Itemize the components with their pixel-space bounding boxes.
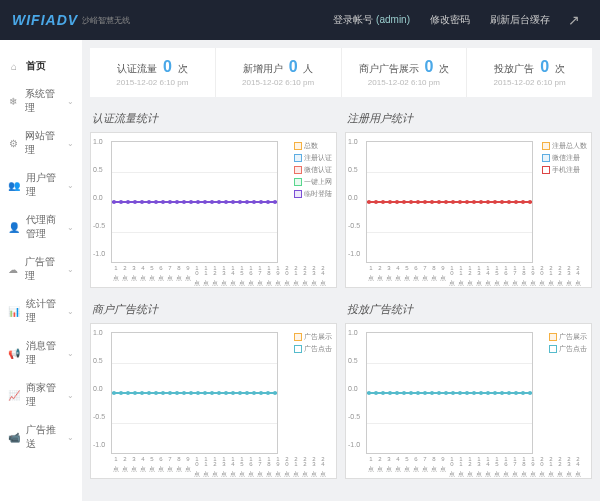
- x-tick: 21点: [546, 265, 555, 285]
- y-tick: -1.0: [93, 441, 105, 448]
- stat-label: 商户广告展示: [359, 63, 419, 74]
- login-account[interactable]: 登录帐号 (admin): [323, 13, 420, 27]
- stat-value: 0: [286, 58, 301, 75]
- x-tick: 6点: [411, 265, 420, 285]
- chart-box: -1.0-0.50.00.51.0 1点2点3点4点5点6点7点8点9点10点1…: [90, 132, 337, 288]
- x-tick: 3点: [384, 456, 393, 476]
- x-tick: 5点: [402, 456, 411, 476]
- legend-item[interactable]: 一键上网: [294, 177, 332, 187]
- chevron-down-icon: ⌄: [67, 433, 74, 442]
- chart-title: 认证流量统计: [90, 105, 337, 132]
- x-tick: 18点: [519, 456, 528, 476]
- stat-unit: 次: [178, 63, 188, 74]
- legend-item[interactable]: 广告点击: [549, 344, 587, 354]
- x-tick: 15点: [237, 456, 246, 476]
- logo: WIFIADV: [12, 12, 78, 28]
- x-tick: 10点: [447, 456, 456, 476]
- legend-item[interactable]: 总数: [294, 141, 332, 151]
- x-axis: 1点2点3点4点5点6点7点8点9点10点11点12点13点14点15点16点1…: [366, 456, 533, 476]
- stat-card: 投放广告 0 次2015-12-02 6:10 pm: [467, 48, 592, 97]
- plot-area: [111, 141, 278, 263]
- x-tick: 23点: [309, 265, 318, 285]
- chart-panel-auth: 认证流量统计 -1.0-0.50.00.51.0 1点2点3点4点5点6点7点8…: [90, 105, 337, 288]
- x-tick: 12点: [210, 265, 219, 285]
- legend: 注册总人数微信注册手机注册: [542, 141, 587, 177]
- sidebar-label: 广告推送: [26, 423, 61, 451]
- x-tick: 16点: [501, 456, 510, 476]
- stat-unit: 人: [303, 63, 313, 74]
- y-tick: -0.5: [348, 413, 360, 420]
- x-tick: 6点: [156, 456, 165, 476]
- sidebar-item[interactable]: 📹广告推送⌄: [0, 416, 82, 458]
- y-tick: 1.0: [348, 138, 358, 145]
- sidebar-item[interactable]: 📢消息管理⌄: [0, 332, 82, 374]
- x-tick: 12点: [210, 456, 219, 476]
- sidebar-label: 用户管理: [26, 171, 61, 199]
- legend-item[interactable]: 临时登陆: [294, 189, 332, 199]
- sidebar-label: 系统管理: [25, 87, 61, 115]
- stat-date: 2015-12-02 6:10 pm: [471, 78, 588, 87]
- y-tick: 0.0: [348, 194, 358, 201]
- sidebar-item[interactable]: ☁广告管理⌄: [0, 248, 82, 290]
- y-tick: -1.0: [348, 441, 360, 448]
- sidebar-item[interactable]: 📊统计管理⌄: [0, 290, 82, 332]
- y-tick: 0.0: [93, 194, 103, 201]
- sidebar-item[interactable]: ⚙网站管理⌄: [0, 122, 82, 164]
- x-tick: 22点: [555, 456, 564, 476]
- chevron-down-icon: ⌄: [67, 181, 74, 190]
- chart-box: -1.0-0.50.00.51.0 1点2点3点4点5点6点7点8点9点10点1…: [345, 323, 592, 479]
- legend-item[interactable]: 注册认证: [294, 153, 332, 163]
- sidebar-icon: ❄: [8, 96, 19, 107]
- x-tick: 13点: [219, 265, 228, 285]
- x-tick: 1点: [366, 456, 375, 476]
- x-tick: 22点: [300, 456, 309, 476]
- change-password[interactable]: 修改密码: [420, 13, 480, 27]
- sidebar-icon: ⌂: [8, 61, 20, 72]
- x-tick: 24点: [573, 265, 582, 285]
- chart-title: 投放广告统计: [345, 296, 592, 323]
- sidebar-label: 广告管理: [25, 255, 61, 283]
- legend: 广告展示广告点击: [294, 332, 332, 356]
- plot-area: [111, 332, 278, 454]
- legend-item[interactable]: 手机注册: [542, 165, 587, 175]
- legend-item[interactable]: 广告点击: [294, 344, 332, 354]
- x-tick: 1点: [111, 265, 120, 285]
- legend-item[interactable]: 广告展示: [549, 332, 587, 342]
- chevron-down-icon: ⌄: [67, 97, 74, 106]
- stat-label: 新增用户: [243, 63, 283, 74]
- sidebar-item[interactable]: ⌂首页: [0, 52, 82, 80]
- x-tick: 24点: [573, 456, 582, 476]
- x-tick: 2点: [375, 456, 384, 476]
- sidebar-item[interactable]: 📈商家管理⌄: [0, 374, 82, 416]
- legend-item[interactable]: 注册总人数: [542, 141, 587, 151]
- legend: 广告展示广告点击: [549, 332, 587, 356]
- stat-date: 2015-12-02 6:10 pm: [94, 78, 211, 87]
- x-tick: 16点: [501, 265, 510, 285]
- legend-item[interactable]: 微信注册: [542, 153, 587, 163]
- x-tick: 2点: [120, 265, 129, 285]
- sidebar-icon: 📹: [8, 432, 20, 443]
- sidebar-icon: ⚙: [8, 138, 19, 149]
- x-tick: 19点: [528, 265, 537, 285]
- x-tick: 10点: [192, 265, 201, 285]
- x-tick: 14点: [228, 456, 237, 476]
- x-tick: 23点: [564, 456, 573, 476]
- sidebar-item[interactable]: 👤代理商管理⌄: [0, 206, 82, 248]
- refresh-cache[interactable]: 刷新后台缓存: [480, 13, 560, 27]
- x-tick: 3点: [129, 456, 138, 476]
- legend-item[interactable]: 广告展示: [294, 332, 332, 342]
- x-tick: 3点: [384, 265, 393, 285]
- sidebar-label: 网站管理: [25, 129, 61, 157]
- x-tick: 9点: [438, 265, 447, 285]
- x-tick: 11点: [456, 456, 465, 476]
- x-tick: 19点: [273, 265, 282, 285]
- legend-item[interactable]: 微信认证: [294, 165, 332, 175]
- x-tick: 13点: [474, 265, 483, 285]
- sidebar-item[interactable]: ❄系统管理⌄: [0, 80, 82, 122]
- x-tick: 18点: [264, 265, 273, 285]
- sidebar-item[interactable]: 👥用户管理⌄: [0, 164, 82, 206]
- legend: 总数注册认证微信认证一键上网临时登陆: [294, 141, 332, 201]
- share-icon[interactable]: ↗: [560, 12, 588, 28]
- logo-subtitle: 沙峪智慧无线: [82, 15, 130, 26]
- x-tick: 7点: [165, 265, 174, 285]
